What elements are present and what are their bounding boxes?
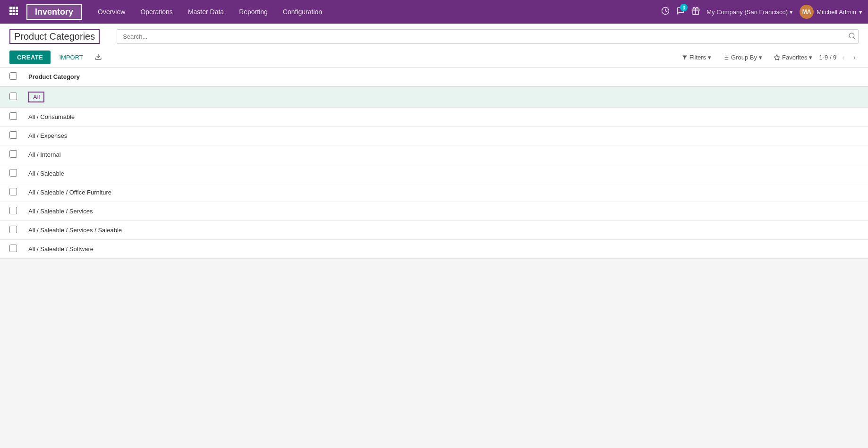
row-checkbox-4[interactable]: [9, 150, 17, 158]
next-page-button[interactable]: ›: [851, 52, 859, 63]
row-label-7: All / Saleable / Services: [28, 208, 93, 215]
gift-icon[interactable]: [691, 7, 700, 17]
table-row[interactable]: All / Saleable / Software: [0, 240, 868, 259]
avatar: MA: [800, 5, 814, 19]
row-label-2: All / Consumable: [28, 113, 75, 120]
filters-label: Filters: [689, 54, 706, 61]
action-bar: CREATE IMPORT Filters ▾: [0, 48, 868, 68]
row-checkbox-2[interactable]: [9, 112, 17, 120]
user-menu[interactable]: MA Mitchell Admin ▾: [800, 5, 862, 19]
page-title: Product Categories: [9, 29, 100, 44]
svg-point-12: [849, 33, 854, 38]
column-header-product-category: Product Category: [28, 73, 80, 80]
table-row[interactable]: All: [0, 87, 868, 108]
groupby-chevron-icon: ▾: [759, 54, 762, 61]
header-bar: Product Categories: [0, 24, 868, 48]
row-checkbox-6[interactable]: [9, 188, 17, 195]
svg-rect-1: [13, 7, 15, 9]
company-label: My Company (San Francisco): [706, 8, 788, 16]
prev-page-button[interactable]: ‹: [839, 52, 847, 63]
select-all-checkbox[interactable]: [9, 72, 17, 80]
create-button[interactable]: CREATE: [9, 51, 51, 64]
svg-rect-0: [9, 7, 12, 9]
row-checkbox-wrapper[interactable]: [9, 188, 24, 197]
svg-rect-7: [13, 13, 15, 15]
svg-rect-3: [9, 9, 12, 12]
svg-rect-5: [16, 9, 18, 12]
search-button[interactable]: [848, 32, 856, 42]
row-checkbox-wrapper[interactable]: [9, 207, 24, 216]
table-container: Product Category All All / Consumable Al…: [0, 68, 868, 259]
nav-configuration[interactable]: Configuration: [276, 4, 329, 19]
table-row[interactable]: All / Consumable: [0, 108, 868, 127]
row-checkbox-9[interactable]: [9, 245, 17, 252]
row-checkbox-3[interactable]: [9, 131, 17, 139]
row-checkbox-7[interactable]: [9, 207, 17, 214]
row-label-8: All / Saleable / Services / Saleable: [28, 227, 122, 234]
clock-icon[interactable]: [661, 7, 670, 17]
favorites-label: Favorites: [782, 54, 807, 61]
table-row[interactable]: All / Expenses: [0, 127, 868, 145]
row-checkbox-wrapper[interactable]: [9, 245, 24, 254]
row-label-6: All / Saleable / Office Furniture: [28, 189, 111, 196]
svg-marker-15: [682, 55, 687, 59]
chat-badge: 3: [680, 4, 688, 11]
table-row[interactable]: All / Saleable / Services / Saleable: [0, 221, 868, 240]
nav-master-data[interactable]: Master Data: [181, 4, 230, 19]
import-button[interactable]: IMPORT: [54, 51, 87, 64]
svg-rect-2: [16, 7, 18, 9]
page-header-section: Product Categories CREATE IMPORT: [0, 24, 868, 68]
company-selector[interactable]: My Company (San Francisco) ▾: [706, 8, 793, 16]
nav-menu: Overview Operations Master Data Reportin…: [91, 4, 661, 19]
nav-operations[interactable]: Operations: [134, 4, 179, 19]
row-checkbox-wrapper[interactable]: [9, 112, 24, 121]
filters-chevron-icon: ▾: [708, 54, 711, 61]
row-checkbox-wrapper[interactable]: [9, 226, 24, 235]
row-checkbox-wrapper[interactable]: [9, 150, 24, 159]
row-checkbox-8[interactable]: [9, 226, 17, 233]
groupby-button[interactable]: Group By ▾: [718, 51, 767, 63]
row-checkbox-1[interactable]: [9, 93, 17, 100]
svg-rect-6: [9, 13, 12, 15]
table-row[interactable]: All / Saleable / Services: [0, 202, 868, 221]
apps-icon[interactable]: [6, 3, 22, 21]
row-label-5: All / Saleable: [28, 170, 64, 177]
svg-rect-4: [13, 9, 15, 12]
user-label: Mitchell Admin: [817, 8, 856, 16]
pagination-count: 1-9 / 9: [819, 54, 836, 61]
table-row[interactable]: All / Saleable: [0, 164, 868, 183]
row-checkbox-wrapper[interactable]: [9, 131, 24, 140]
row-checkbox-wrapper[interactable]: [9, 169, 24, 178]
favorites-button[interactable]: Favorites ▾: [769, 51, 817, 63]
table-row[interactable]: All / Saleable / Office Furniture: [0, 183, 868, 202]
table-header: Product Category: [0, 68, 868, 87]
row-label-1: All: [28, 92, 44, 102]
row-label-9: All / Saleable / Software: [28, 245, 94, 253]
nav-reporting[interactable]: Reporting: [232, 4, 274, 19]
filters-button[interactable]: Filters ▾: [677, 51, 716, 63]
row-label-3: All / Expenses: [28, 132, 67, 139]
download-icon[interactable]: [92, 51, 105, 64]
chevron-down-icon: ▾: [790, 8, 793, 16]
navbar-right: 3 My Company (San Francisco) ▾ MA Mitche…: [661, 5, 862, 19]
row-checkbox-5[interactable]: [9, 169, 17, 177]
favorites-chevron-icon: ▾: [809, 54, 812, 61]
svg-marker-22: [774, 55, 780, 60]
pagination: 1-9 / 9 ‹ ›: [819, 52, 859, 63]
svg-line-13: [853, 37, 855, 39]
header-checkbox-wrapper[interactable]: [9, 72, 24, 81]
nav-overview[interactable]: Overview: [91, 4, 132, 19]
navbar: Inventory Overview Operations Master Dat…: [0, 0, 868, 24]
chat-icon[interactable]: 3: [676, 7, 685, 17]
row-label-4: All / Internal: [28, 151, 61, 158]
search-input[interactable]: [117, 29, 859, 44]
user-chevron-icon: ▾: [859, 8, 862, 16]
svg-rect-8: [16, 13, 18, 15]
groupby-label: Group By: [731, 54, 757, 61]
table-row[interactable]: All / Internal: [0, 145, 868, 164]
row-checkbox-wrapper[interactable]: [9, 93, 24, 101]
app-brand[interactable]: Inventory: [26, 4, 82, 20]
